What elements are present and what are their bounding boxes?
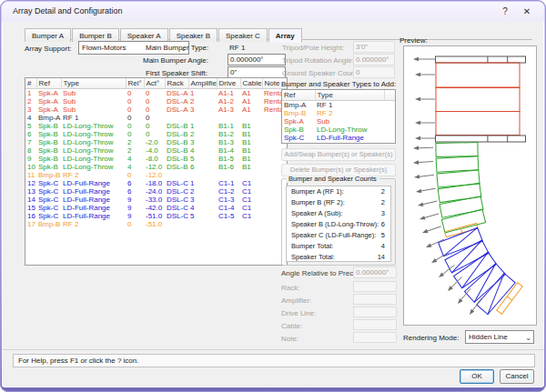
table-row[interactable]: 9Spk-BLD-Long-Throw4-8.0DSL-B5B1-5B1 <box>25 155 288 163</box>
aim-arrow-icon <box>413 159 433 165</box>
title-bar[interactable]: Array Detail and Configuration ? ✕ <box>2 2 544 22</box>
table-row[interactable]: 6Spk-BLD-Long-Throw00DSL-B2B1-2B1 <box>25 130 288 138</box>
array-table[interactable]: #RefTypeRel°Act°RackAmplifierDriveCableN… <box>25 77 288 266</box>
drive-line-label: Drive Line: <box>281 309 316 317</box>
cancel-button[interactable]: Cancel <box>500 369 534 384</box>
column-header[interactable]: Drive <box>217 78 240 89</box>
array-support-value: Flown-Motors <box>82 44 126 52</box>
tripod-pole-height-label: Tripod/Pole Height: <box>282 44 344 52</box>
column-header <box>384 90 395 101</box>
types-panel-title: Bumper and Speaker Types to Add: <box>281 80 396 88</box>
window-title: Array Detail and Configuration <box>13 6 123 15</box>
aim-arrow-icon <box>415 73 435 77</box>
tripod-rotation-angle-label: Tripod Rotation Angle: <box>282 56 354 65</box>
preview-label: Preview: <box>399 36 428 45</box>
counts-list: Bumper A (RF 1):2Bumper B (RF 2):2Speake… <box>286 186 391 262</box>
aim-arrow-icon <box>415 97 435 102</box>
ground-speaker-count-label: Ground Speaker Count: <box>282 69 359 77</box>
aim-arrow-icon <box>413 146 433 150</box>
count-row: Bumper Total:4 <box>287 241 390 252</box>
column-header: Type <box>315 90 384 101</box>
type-list-item[interactable]: Bmp-ARF 1 <box>282 101 395 110</box>
table-row[interactable]: 10Spk-BLD-Long-Throw4-12.0DSL-B6B1-6B1 <box>25 163 288 171</box>
main-bumper-angle-label: Main Bumper Angle: <box>143 56 208 65</box>
type-list-item[interactable]: Spk-CLD-Full-Range <box>282 134 395 142</box>
amplifier-label: Amplifier: <box>281 297 311 305</box>
aim-arrow-icon <box>415 121 435 126</box>
table-row[interactable]: 3Spk-ASub00DSL-A3A1-3A1Rental stock <box>25 106 288 114</box>
table-row[interactable]: 5Spk-BLD-Long-Throw00DSL-B1B1-1B1 <box>25 122 288 130</box>
rack-input <box>353 281 397 292</box>
count-row: Bumper A (RF 1):2 <box>287 186 390 197</box>
table-row[interactable]: 11Bmp-BRF 20-12.0 <box>25 171 288 179</box>
type-list-item[interactable]: Spk-BLD-Long-Throw <box>282 126 395 134</box>
column-header[interactable]: Amplifier <box>188 78 217 89</box>
counts-groupbox: Bumper and Speaker Counts Bumper A (RF 1… <box>281 178 396 266</box>
tab-speaker-c[interactable]: Speaker C <box>218 28 268 42</box>
column-header[interactable]: Rel° <box>126 78 144 89</box>
column-header: Ref <box>282 90 315 101</box>
count-row: Speaker Total:14 <box>287 252 390 263</box>
table-row[interactable]: 1Spk-ASub00DSL-A1A1-1A1Rental stock <box>25 89 288 98</box>
status-bar: For Help, press F1 or click the ? icon. <box>13 354 535 367</box>
note-label: Note: <box>281 335 298 343</box>
tab-speaker-a[interactable]: Speaker A <box>120 28 168 42</box>
column-header[interactable]: Type <box>61 78 126 89</box>
table-row[interactable]: 12Spk-CLD-Full-Range6-18.0DSL-C1C1-1C1 <box>25 179 288 187</box>
aim-arrow-icon <box>413 57 436 62</box>
window-frame: Array Detail and Configuration ? ✕ Bumpe… <box>0 0 546 392</box>
footer-separator <box>2 349 544 350</box>
table-row[interactable]: 17Bmp-BRF 20-51.0 <box>25 220 288 228</box>
rack-label: Rack: <box>281 284 299 292</box>
table-row[interactable]: 2Spk-ASub00DSL-A2A1-2A1Rental stock <box>25 97 288 106</box>
close-icon[interactable]: ✕ <box>519 5 535 18</box>
column-header[interactable]: Ref <box>36 78 61 89</box>
tab-bumper-a[interactable]: Bumper A <box>25 28 71 42</box>
aim-arrow-icon <box>421 225 441 236</box>
table-row[interactable]: 14Spk-CLD-Full-Range9-33.0DSL-C3C1-3C1 <box>25 196 288 204</box>
tab-bumper-b[interactable]: Bumper B <box>72 28 119 42</box>
column-header[interactable]: Act° <box>144 78 165 89</box>
table-row[interactable]: 16Spk-CLD-Full-Range9-51.0DSL-C5C1-5C1 <box>25 212 288 220</box>
column-header[interactable]: # <box>25 78 36 89</box>
rendering-mode-value: Hidden Line <box>469 333 508 341</box>
preview-canvas <box>403 45 537 326</box>
types-list[interactable]: RefType Bmp-ARF 1Bmp-BRF 2Spk-ASubSpk-BL… <box>281 89 396 144</box>
array-preview-drawing <box>404 46 536 325</box>
table-row[interactable]: 8Spk-BLD-Long-Throw2-4.0DSL-B4B1-4B1 <box>25 146 288 155</box>
aim-arrow-icon <box>425 237 445 249</box>
count-row: Speaker B (LD-Long-Throw):6 <box>287 219 390 230</box>
rendering-mode-label: Rendering Mode: <box>403 334 459 342</box>
table-row[interactable]: 13Spk-CLD-Full-Range6-24.0DSL-C2C1-2C1 <box>25 187 288 196</box>
column-header[interactable]: Cable <box>240 78 262 89</box>
table-row[interactable]: 7Spk-BLD-Long-Throw2-2.0DSL-B3B1-3B1 <box>25 138 288 146</box>
array-support-label: Array Support: <box>25 45 72 53</box>
ok-button[interactable]: OK <box>460 369 494 384</box>
main-bumper-angle-input[interactable] <box>228 54 286 65</box>
aim-arrow-icon <box>414 173 434 179</box>
aim-arrow-icon <box>417 199 437 207</box>
help-icon[interactable]: ? <box>497 5 513 18</box>
add-swap-button[interactable]: Add/Swap Bumper(s) or Speaker(s) <box>281 148 396 161</box>
note-input <box>353 332 397 343</box>
angle-relative-input <box>353 266 397 278</box>
chevron-down-icon: ⌄ <box>525 332 531 344</box>
type-list-item[interactable]: Spk-ASub <box>282 117 395 126</box>
table-row[interactable]: 15Spk-CLD-Full-Range9-42.0DSL-C4C1-4C1 <box>25 204 288 212</box>
aim-arrow-icon <box>419 212 439 221</box>
drive-line-input <box>353 307 397 317</box>
cable-input <box>353 319 397 330</box>
aim-arrow-icon <box>456 287 472 306</box>
type-list-item[interactable]: Bmp-BRF 2 <box>282 109 395 117</box>
tab-strip: Bumper ABumper BSpeaker ASpeaker BSpeake… <box>25 25 532 40</box>
tripod-pole-height-input <box>353 41 395 53</box>
ground-speaker-count-input <box>353 66 395 78</box>
aim-arrow-icon <box>415 136 435 141</box>
amplifier-input <box>353 294 397 305</box>
first-speaker-shift-label: First Speaker Shift: <box>146 69 207 77</box>
tab-array[interactable]: Array <box>268 28 302 43</box>
rendering-mode-select[interactable]: Hidden Line ⌄ <box>465 330 534 344</box>
table-row[interactable]: 4Bmp-ARF 100 <box>25 114 288 122</box>
column-header[interactable]: Rack <box>165 78 188 89</box>
tab-speaker-b[interactable]: Speaker B <box>169 28 217 42</box>
